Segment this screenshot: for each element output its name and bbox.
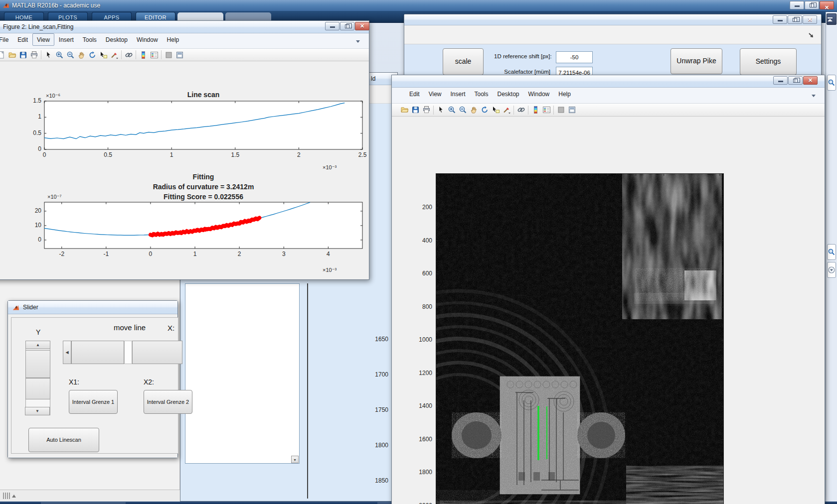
print-icon[interactable]: [29, 50, 39, 60]
menubar-chevron-icon[interactable]: [355, 38, 361, 44]
status-bar: [0, 490, 180, 502]
open-folder-icon[interactable]: [399, 105, 409, 115]
x-slider-left-button[interactable]: ◀: [63, 341, 71, 364]
open-folder-icon[interactable]: [7, 50, 17, 60]
image-ytick: 800: [410, 303, 432, 310]
interval-grenze-1-button[interactable]: Interval Grenze 1: [69, 390, 118, 414]
restore-button[interactable]: [805, 1, 819, 9]
legend-icon[interactable]: [149, 50, 159, 60]
strip-search-button[interactable]: [827, 75, 836, 91]
unwrap-pike-button[interactable]: Unwrap Pike: [670, 48, 722, 74]
close-button[interactable]: ✕: [803, 15, 817, 24]
interval-grenze-2-button[interactable]: Interval Grenze 2: [144, 390, 192, 414]
y-slider-thumb-2[interactable]: [25, 378, 50, 399]
data-cursor-icon[interactable]: [491, 105, 501, 115]
listbox-scroll-down-button[interactable]: ▾: [291, 456, 299, 463]
x1-label: X1:: [69, 378, 79, 386]
pointer-icon[interactable]: [436, 105, 446, 115]
pointer-icon[interactable]: [43, 50, 53, 60]
zoom-out-icon[interactable]: [458, 105, 468, 115]
y-slider-thumb[interactable]: [25, 350, 50, 378]
toolbar-separator: [136, 50, 136, 59]
menu-desktop[interactable]: Desktop: [493, 88, 524, 100]
menu-window[interactable]: Window: [524, 88, 554, 100]
print-icon[interactable]: [421, 105, 431, 115]
menu-insert[interactable]: Insert: [446, 88, 470, 100]
menu-edit[interactable]: Edit: [13, 33, 32, 46]
zoom-out-icon[interactable]: [65, 50, 75, 60]
strip-search-button-2[interactable]: [827, 244, 836, 260]
menubar-chevron-icon[interactable]: [811, 93, 817, 99]
collapse-strip-button[interactable]: [827, 13, 837, 25]
save-icon[interactable]: [410, 105, 420, 115]
menu-help[interactable]: Help: [163, 33, 184, 46]
resize-arrow-icon[interactable]: [808, 32, 814, 38]
brush-icon[interactable]: [502, 105, 511, 115]
menu-help[interactable]: Help: [554, 88, 575, 100]
restore-button[interactable]: [788, 76, 803, 85]
fitting-plot-title: Fitting: [0, 173, 413, 181]
zoom-in-icon[interactable]: [447, 105, 457, 115]
colorbar-icon[interactable]: [138, 50, 148, 60]
dock-gray-icon[interactable]: [164, 50, 173, 60]
y-slider[interactable]: ▲: [25, 341, 50, 415]
dock-frame-icon[interactable]: [174, 50, 184, 60]
menu-insert[interactable]: Insert: [54, 33, 78, 46]
minimize-button[interactable]: [773, 76, 788, 85]
legend-icon[interactable]: [541, 105, 551, 115]
zoom-in-icon[interactable]: [54, 50, 64, 60]
y-slider-down-button[interactable]: ▼: [25, 407, 50, 415]
scalefactor-label: Scalefactor [müm]: [494, 69, 550, 75]
pan-icon[interactable]: [76, 50, 86, 60]
close-button[interactable]: ✕: [355, 22, 369, 30]
close-button[interactable]: ✕: [820, 1, 834, 9]
window-title-fragment: ld: [371, 75, 375, 82]
auto-linescan-button[interactable]: Auto Linescan: [28, 428, 99, 452]
x-slider-thumb[interactable]: [71, 341, 124, 364]
menu-view[interactable]: View: [32, 33, 54, 46]
rotate-3d-icon[interactable]: [87, 50, 97, 60]
figure2-titlebar: Figure 2: Line_scan,Fitting ✕: [0, 21, 369, 33]
figure2-title: Figure 2: Line_scan,Fitting: [3, 23, 73, 30]
link-plots-icon[interactable]: [124, 50, 134, 60]
x-slider-thumb-2[interactable]: [132, 341, 182, 364]
grip-arrow-icon[interactable]: [12, 495, 16, 498]
menu-desktop[interactable]: Desktop: [101, 33, 132, 46]
menu-tools[interactable]: Tools: [470, 88, 493, 100]
x-slider-track[interactable]: [124, 341, 132, 364]
image-ytick: 1600: [410, 436, 432, 443]
fitting-xtick: 3: [274, 251, 294, 257]
save-icon[interactable]: [18, 50, 28, 60]
linescan-xtick: 1.5: [225, 151, 245, 158]
ref-shift-field[interactable]: -50: [556, 51, 593, 63]
link-plots-icon[interactable]: [516, 105, 526, 115]
scale-button[interactable]: scale: [443, 48, 484, 75]
y-slider-up-button[interactable]: ▲: [25, 341, 50, 349]
colorbar-icon[interactable]: [530, 105, 540, 115]
minimize-button[interactable]: [790, 1, 804, 9]
menu-view[interactable]: View: [424, 88, 446, 100]
linescan-xtick: 1: [162, 151, 181, 158]
minimize-button[interactable]: [773, 15, 787, 24]
dock-gray-icon[interactable]: [556, 105, 566, 115]
new-doc-icon[interactable]: [0, 50, 6, 60]
menu-tools[interactable]: Tools: [78, 33, 101, 46]
restore-button[interactable]: [340, 22, 354, 30]
restore-button[interactable]: [788, 15, 802, 24]
brush-icon[interactable]: [109, 50, 119, 60]
menu-window[interactable]: Window: [132, 33, 163, 46]
x-slider[interactable]: ◀: [63, 341, 182, 364]
close-button[interactable]: ✕: [803, 76, 818, 85]
dock-frame-icon[interactable]: [567, 105, 577, 115]
settings-button[interactable]: Settings: [740, 48, 797, 75]
minimize-button[interactable]: [325, 22, 339, 30]
menu-file[interactable]: File: [0, 33, 13, 46]
rotate-3d-icon[interactable]: [480, 105, 490, 115]
pan-icon[interactable]: [469, 105, 479, 115]
figure2-window-controls: ✕: [325, 22, 369, 30]
strip-expand-button[interactable]: [827, 262, 836, 278]
image-ytick: 1800: [410, 469, 432, 476]
interferogram-image[interactable]: [436, 173, 724, 504]
data-cursor-icon[interactable]: [98, 50, 108, 60]
listbox[interactable]: [185, 283, 300, 464]
